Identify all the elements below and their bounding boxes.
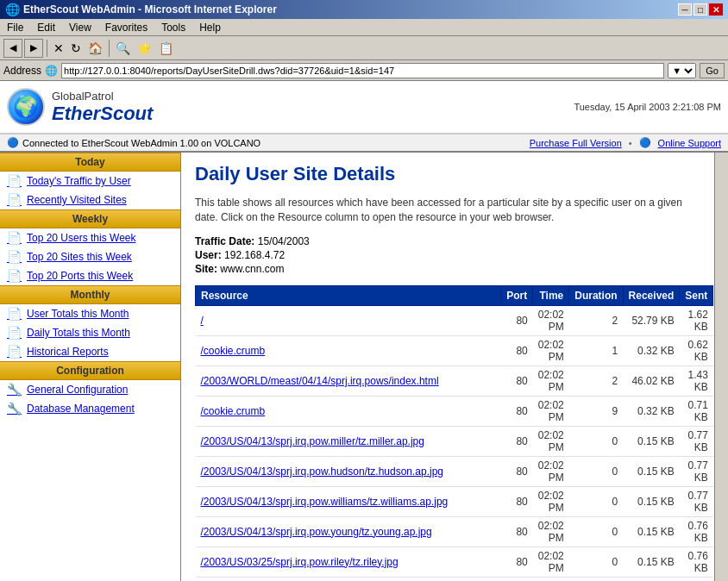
page-title: Daily User Site Details (195, 163, 700, 185)
sidebar: Today📄Today's Traffic by User📄Recently V… (0, 153, 181, 581)
col-received: Received (623, 285, 680, 305)
data-table: Resource Port Time Duration Received Sen… (195, 285, 713, 581)
col-resource: Resource (196, 285, 501, 305)
content-row: Today📄Today's Traffic by User📄Recently V… (0, 153, 728, 581)
cell-duration: 2 (569, 305, 623, 335)
cell-time: 02:02 PM (533, 516, 569, 547)
resource-link[interactable]: /2003/US/04/13/sprj.irq.pow.miller/tz.mi… (201, 435, 424, 447)
address-label: Address (3, 65, 41, 77)
cell-received: 0.32 KB (623, 335, 680, 365)
minimize-button[interactable]: ─ (678, 3, 692, 16)
forward-button[interactable]: ▶ (24, 39, 43, 58)
purchase-link[interactable]: Purchase Full Version (530, 138, 622, 148)
col-sent: Sent (680, 285, 713, 305)
nav-item-daily-totals-this-month[interactable]: 📄Daily Totals this Month (0, 323, 180, 342)
user-label: User: (195, 249, 222, 261)
cell-port: 80 (501, 305, 533, 335)
traffic-date-value: 15/04/2003 (258, 235, 310, 247)
cell-time: 02:02 PM (533, 547, 569, 577)
close-button[interactable]: ✕ (709, 3, 723, 16)
history-icon[interactable]: 📋 (156, 41, 176, 56)
nav-icon: 🔧 (7, 402, 22, 415)
cell-port: 80 (501, 516, 533, 547)
page-wrapper: 🌍 GlobalPatrol EtherScout Tuesday, 15 Ap… (0, 81, 728, 581)
resource-link[interactable]: / (201, 315, 204, 327)
window-controls[interactable]: ─ □ ✕ (678, 3, 723, 16)
nav-item-recently-visited-sites[interactable]: 📄Recently Visited Sites (0, 191, 180, 209)
cell-time: 02:02 PM (533, 426, 569, 456)
scrollbar[interactable] (714, 153, 728, 581)
nav-item-today's-traffic-by-user[interactable]: 📄Today's Traffic by User (0, 172, 180, 191)
go-button[interactable]: Go (700, 63, 725, 78)
resource-link[interactable]: /2003/WORLD/meast/04/14/sprj.irq.pows/in… (201, 375, 439, 387)
home-icon[interactable]: 🏠 (85, 41, 105, 56)
resource-link[interactable]: /2003/US/03/25/sprj.irq.pow.riley/tz.ril… (201, 556, 399, 568)
nav-header-weekly: Weekly (0, 209, 180, 228)
logo-datetime: Tuesday, 15 April 2003 2:21:08 PM (574, 102, 721, 112)
nav-item-top-20-sites-this-week[interactable]: 📄Top 20 Sites this Week (0, 247, 180, 266)
menubar-item-favorites[interactable]: Favorites (102, 21, 151, 34)
toolbar: ◀ ▶ ✕ ↻ 🏠 🔍 ⭐ 📋 (0, 36, 728, 60)
site-label: Site: (195, 263, 217, 275)
main-content: Daily User Site Details This table shows… (181, 153, 714, 581)
support-link[interactable]: Online Support (658, 138, 721, 148)
nav-item-historical-reports[interactable]: 📄Historical Reports (0, 342, 180, 361)
logo-area: 🌍 GlobalPatrol EtherScout Tuesday, 15 Ap… (0, 81, 728, 134)
nav-item-database-management[interactable]: 🔧Database Management (0, 399, 180, 418)
toolbar-separator-2 (109, 40, 110, 57)
cell-received: 0.15 KB (623, 516, 680, 547)
cell-received: 0.15 KB (623, 547, 680, 577)
resource-link[interactable]: /2003/US/04/13/sprj.irq.pow.hudson/tz.hu… (201, 465, 444, 478)
app-icon: 🌐 (5, 3, 20, 16)
cell-sent: 0.78 KB (680, 577, 713, 581)
menubar-item-view[interactable]: View (66, 21, 95, 34)
nav-item-general-configuration[interactable]: 🔧General Configuration (0, 380, 180, 399)
table-row: /2003/WORLD/meast/04/14/sprj.irq.pows/in… (196, 365, 713, 396)
cell-sent: 0.62 KB (680, 335, 713, 365)
cell-received: 0.15 KB (623, 486, 680, 516)
cell-port: 80 (501, 547, 533, 577)
nav-item-label: Top 20 Ports this Week (27, 270, 133, 282)
search-icon[interactable]: 🔍 (113, 41, 133, 56)
address-icon: 🌐 (45, 65, 58, 77)
cell-received: 0.15 KB (623, 577, 680, 581)
menubar-item-tools[interactable]: Tools (158, 21, 189, 34)
resource-link[interactable]: /cookie.crumb (201, 405, 266, 417)
page-description: This table shows all resources which hav… (195, 196, 700, 225)
favorites-icon[interactable]: ⭐ (135, 41, 154, 56)
resource-link[interactable]: /cookie.crumb (201, 345, 266, 357)
cell-sent: 0.71 KB (680, 396, 713, 426)
address-input[interactable] (61, 63, 664, 78)
nav-icon: 📄 (7, 174, 22, 188)
nav-item-top-20-ports-this-week[interactable]: 📄Top 20 Ports this Week (0, 266, 180, 285)
nav-item-label: General Configuration (27, 384, 128, 396)
menubar-item-file[interactable]: File (3, 21, 27, 34)
cell-sent: 0.77 KB (680, 486, 713, 516)
cell-port: 80 (501, 365, 533, 396)
col-time: Time (533, 285, 569, 305)
maximize-button[interactable]: □ (693, 3, 707, 16)
cell-sent: 0.76 KB (680, 547, 713, 577)
nav-item-top-20-users-this-week[interactable]: 📄Top 20 Users this Week (0, 228, 180, 247)
menubar-item-edit[interactable]: Edit (34, 21, 59, 34)
cell-received: 46.02 KB (623, 365, 680, 396)
cell-received: 0.15 KB (623, 456, 680, 486)
nav-item-label: Today's Traffic by User (27, 175, 131, 187)
menubar-item-help[interactable]: Help (196, 21, 224, 34)
nav-item-user-totals-this-month[interactable]: 📄User Totals this Month (0, 304, 180, 323)
table-row: /cookie.crumb8002:02 PM90.32 KB0.71 KB (196, 396, 713, 426)
resource-link[interactable]: /2003/US/04/13/sprj.irq.pow.young/tz.you… (201, 526, 432, 538)
nav-header-today: Today (0, 153, 180, 172)
connection-icon: 🔵 (7, 137, 19, 148)
col-duration: Duration (569, 285, 623, 305)
address-dropdown[interactable]: ▼ (668, 63, 696, 78)
nav-icon: 📄 (7, 269, 22, 283)
resource-link[interactable]: /2003/US/04/13/sprj.irq.pow.williams/tz.… (201, 496, 449, 508)
nav-icon: 📄 (7, 345, 22, 359)
stop-icon[interactable]: ✕ (51, 41, 66, 56)
cell-port: 80 (501, 456, 533, 486)
refresh-icon[interactable]: ↻ (68, 41, 84, 56)
cell-port: 80 (501, 396, 533, 426)
back-button[interactable]: ◀ (3, 39, 22, 58)
nav-item-label: Historical Reports (27, 346, 109, 358)
